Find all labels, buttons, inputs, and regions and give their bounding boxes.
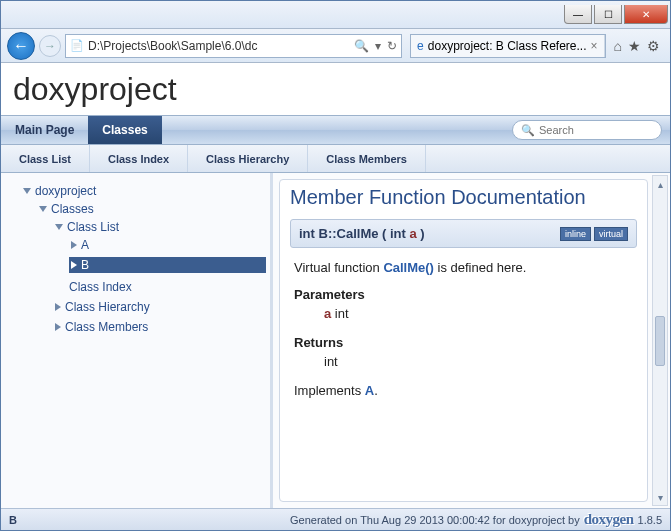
footer: B Generated on Thu Aug 29 2013 00:00:42 … (1, 508, 670, 530)
expand-icon (23, 188, 31, 194)
link-class-a[interactable]: A (365, 383, 374, 398)
doc-pane: Member Function Documentation int B::Cal… (273, 173, 670, 508)
project-header: doxyproject (1, 63, 670, 115)
tree-class-members[interactable]: Class Members (53, 319, 266, 335)
address-bar[interactable]: 📄 D:\Projects\Book\Sample\6.0\dc 🔍 ▾ ↻ (65, 34, 402, 58)
scrollbar[interactable]: ▴ ▾ (652, 175, 668, 506)
tab-title: doxyproject: B Class Refere... (428, 39, 587, 53)
expand-icon (71, 241, 77, 249)
submenu-class-list[interactable]: Class List (1, 145, 90, 172)
returns-value: int (294, 354, 633, 369)
expand-icon (39, 206, 47, 212)
page-icon: 📄 (70, 39, 84, 53)
expand-icon (55, 323, 61, 331)
tree-class-a[interactable]: A (69, 237, 266, 253)
sub-menu: Class List Class Index Class Hierarchy C… (1, 145, 670, 173)
tree-classes[interactable]: Classes (37, 201, 266, 217)
tree-class-b[interactable]: B (69, 257, 266, 273)
scroll-thumb[interactable] (655, 316, 665, 366)
section-heading: Member Function Documentation (290, 186, 637, 209)
tree-class-index[interactable]: Class Index (53, 279, 266, 295)
ie-icon: e (417, 39, 424, 53)
window-titlebar: — ☐ ✕ (1, 1, 670, 29)
main-menu: Main Page Classes 🔍 (1, 115, 670, 145)
minimize-button[interactable]: — (564, 5, 592, 24)
page-content: doxyproject Main Page Classes 🔍 Class Li… (1, 63, 670, 530)
window-controls: — ☐ ✕ (564, 5, 668, 24)
signature-text: int B::CallMe ( int a ) (299, 226, 425, 241)
submenu-class-hierarchy[interactable]: Class Hierarchy (188, 145, 308, 172)
address-text: D:\Projects\Book\Sample\6.0\dc (88, 39, 354, 53)
scroll-up-icon[interactable]: ▴ (653, 176, 667, 192)
home-icon[interactable]: ⌂ (614, 38, 622, 54)
badge-inline: inline (560, 227, 591, 241)
menu-main-page[interactable]: Main Page (1, 116, 88, 144)
forward-button[interactable]: → (39, 35, 61, 57)
nav-tree: doxyproject Classes Class List A B (1, 173, 273, 508)
refresh-icon[interactable]: ↻ (387, 39, 397, 53)
description: Virtual function CallMe() is defined her… (290, 260, 637, 398)
search-icon[interactable]: 🔍 (354, 39, 369, 53)
tab-strip: e doxyproject: B Class Refere... × (410, 34, 605, 58)
project-title: doxyproject (13, 71, 177, 108)
expand-icon (55, 303, 61, 311)
tree-class-list[interactable]: Class List (53, 219, 266, 235)
maximize-button[interactable]: ☐ (594, 5, 622, 24)
dropdown-icon[interactable]: ▾ (375, 39, 381, 53)
doxygen-logo[interactable]: doxygen (584, 511, 634, 528)
tab-close-icon[interactable]: × (591, 39, 598, 53)
generated-text: Generated on Thu Aug 29 2013 00:00:42 fo… (290, 514, 580, 526)
returns-heading: Returns (294, 335, 633, 350)
browser-tools: ⌂ ★ ⚙ (610, 38, 664, 54)
search-input[interactable] (539, 124, 671, 136)
function-signature: int B::CallMe ( int a ) inline virtual (290, 219, 637, 248)
settings-icon[interactable]: ⚙ (647, 38, 660, 54)
expand-icon (55, 224, 63, 230)
split-pane: doxyproject Classes Class List A B (1, 173, 670, 508)
menu-classes[interactable]: Classes (88, 116, 161, 144)
expand-icon (71, 261, 77, 269)
browser-toolbar: ← → 📄 D:\Projects\Book\Sample\6.0\dc 🔍 ▾… (1, 29, 670, 63)
back-button[interactable]: ← (7, 32, 35, 60)
parameters-heading: Parameters (294, 287, 633, 302)
link-callme[interactable]: CallMe() (383, 260, 434, 275)
breadcrumb[interactable]: B (9, 514, 17, 526)
tree-root[interactable]: doxyproject (21, 183, 266, 199)
search-icon: 🔍 (521, 124, 535, 137)
badge-virtual: virtual (594, 227, 628, 241)
submenu-class-members[interactable]: Class Members (308, 145, 426, 172)
tree-class-hierarchy[interactable]: Class Hierarchy (53, 299, 266, 315)
search-box[interactable]: 🔍 (512, 120, 662, 140)
submenu-class-index[interactable]: Class Index (90, 145, 188, 172)
close-button[interactable]: ✕ (624, 5, 668, 24)
version-text: 1.8.5 (638, 514, 662, 526)
scroll-down-icon[interactable]: ▾ (653, 489, 667, 505)
browser-tab[interactable]: e doxyproject: B Class Refere... × (411, 35, 604, 57)
doc-content: Member Function Documentation int B::Cal… (279, 179, 648, 502)
favorites-icon[interactable]: ★ (628, 38, 641, 54)
